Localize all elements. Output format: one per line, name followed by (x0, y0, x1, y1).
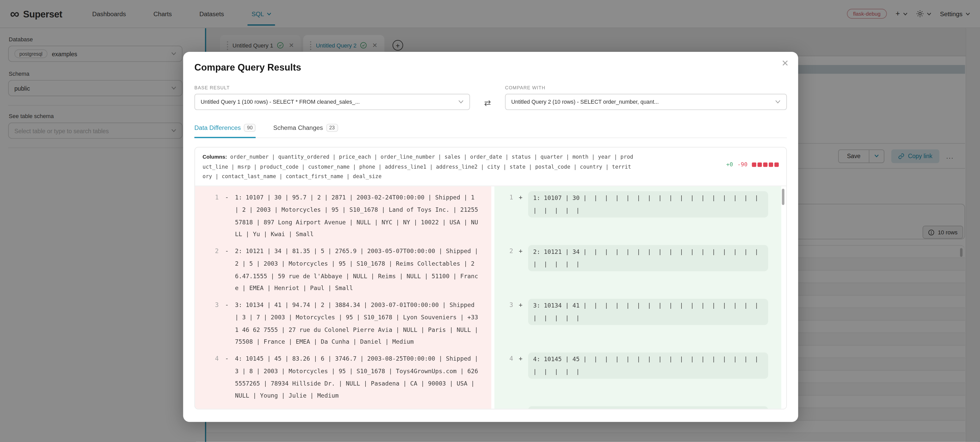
minus-icon: - (219, 191, 235, 204)
compare-with-select[interactable]: Untitled Query 2 (10 rows) - SELECT orde… (505, 94, 787, 110)
close-icon[interactable]: ✕ (781, 59, 789, 67)
base-result-select[interactable]: Untitled Query 1 (100 rows) - SELECT * F… (194, 94, 470, 110)
columns-header: Columns: order_number | quantity_ordered… (195, 148, 786, 186)
columns-text: Columns: order_number | quantity_ordered… (202, 153, 634, 181)
compare-query-results-modal: ✕ Compare Query Results BASE RESULT Unti… (183, 52, 798, 422)
scrollbar-thumb[interactable] (782, 189, 784, 205)
minus-icon: - (219, 245, 235, 258)
diff-row-added-partial (494, 406, 781, 409)
modal-tabs: Data Differences 90 Schema Changes 23 (194, 124, 787, 138)
diff-row-removed: 4 - 4: 10145 | 45 | 83.26 | 6 | 3746.7 |… (195, 352, 491, 406)
diff-count-badge: 90 (244, 124, 256, 132)
plus-icon: + (513, 245, 528, 258)
diff-container: Columns: order_number | quantity_ordered… (194, 147, 787, 409)
schema-count-badge: 23 (326, 124, 338, 132)
diff-stats: +0 -90 (726, 161, 779, 167)
tab-data-differences[interactable]: Data Differences 90 (194, 124, 256, 138)
screen: ∞ Superset Dashboards Charts Datasets SQ… (0, 0, 980, 442)
compare-with-label: COMPARE WITH (505, 85, 787, 91)
modal-title: Compare Query Results (194, 52, 787, 72)
diff-indicator-squares (752, 162, 779, 167)
diff-split-view: 1 - 1: 10107 | 30 | 95.7 | 2 | 2871 | 20… (195, 186, 786, 409)
plus-icon: + (513, 352, 528, 365)
diff-row-added: 2 + 2: 10121 | 34 | | | | | | | | | | | … (494, 245, 781, 299)
added-count: +0 (726, 161, 733, 167)
base-result-label: BASE RESULT (194, 85, 470, 91)
tab-schema-changes[interactable]: Schema Changes 23 (274, 124, 338, 138)
compare-with-value: Untitled Query 2 (10 rows) - SELECT orde… (511, 99, 659, 105)
minus-icon: - (219, 299, 235, 311)
diff-pane-added: 1 + 1: 10107 | 30 | | | | | | | | | | | … (494, 186, 781, 409)
removed-count: -90 (737, 161, 748, 167)
chevron-down-icon (775, 100, 781, 104)
minus-icon: - (219, 352, 235, 365)
diff-row-removed: 1 - 1: 10107 | 30 | 95.7 | 2 | 2871 | 20… (195, 191, 491, 245)
diff-row-added: 3 + 3: 10134 | 41 | | | | | | | | | | | … (494, 299, 781, 352)
diff-row-added: 1 + 1: 10107 | 30 | | | | | | | | | | | … (494, 191, 781, 245)
result-selectors: BASE RESULT Untitled Query 1 (100 rows) … (194, 85, 787, 110)
diff-pane-removed: 1 - 1: 10107 | 30 | 95.7 | 2 | 2871 | 20… (195, 186, 491, 409)
swap-arrows-icon[interactable]: ⇄ (484, 98, 491, 108)
columns-label: Columns: (202, 154, 227, 160)
chevron-down-icon (458, 100, 464, 104)
plus-icon: + (513, 299, 528, 311)
base-result-value: Untitled Query 1 (100 rows) - SELECT * F… (201, 99, 360, 105)
diff-row-added: 4 + 4: 10145 | 45 | | | | | | | | | | | … (494, 352, 781, 406)
plus-icon: + (513, 191, 528, 204)
columns-list: order_number | quantity_ordered | price_… (202, 154, 633, 180)
diff-row-removed: 2 - 2: 10121 | 34 | 81.35 | 5 | 2765.9 |… (195, 245, 491, 299)
diff-row-removed: 3 - 3: 10134 | 41 | 94.74 | 2 | 3884.34 … (195, 299, 491, 352)
